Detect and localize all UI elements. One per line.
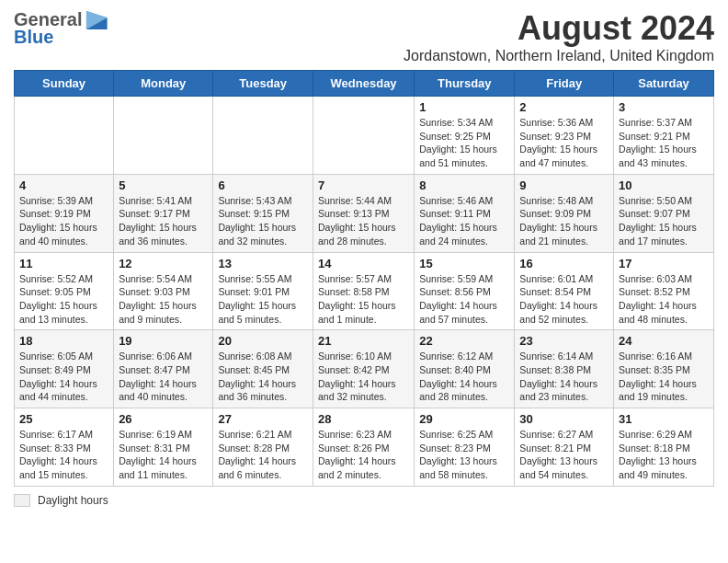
calendar-header-row: SundayMondayTuesdayWednesdayThursdayFrid… xyxy=(15,71,714,97)
day-number: 25 xyxy=(19,412,108,426)
day-number: 11 xyxy=(19,257,108,270)
day-info: Sunrise: 6:23 AM Sunset: 8:26 PM Dayligh… xyxy=(318,428,409,482)
calendar-cell: 28Sunrise: 6:23 AM Sunset: 8:26 PM Dayli… xyxy=(313,408,414,487)
main-title: August 2024 xyxy=(404,9,714,48)
day-info: Sunrise: 6:10 AM Sunset: 8:42 PM Dayligh… xyxy=(318,350,409,404)
calendar-cell: 9Sunrise: 5:48 AM Sunset: 9:09 PM Daylig… xyxy=(515,174,614,252)
calendar-header-wednesday: Wednesday xyxy=(313,71,414,97)
calendar-cell: 4Sunrise: 5:39 AM Sunset: 9:19 PM Daylig… xyxy=(15,174,114,252)
calendar-cell: 22Sunrise: 6:12 AM Sunset: 8:40 PM Dayli… xyxy=(415,330,515,408)
day-info: Sunrise: 5:36 AM Sunset: 9:23 PM Dayligh… xyxy=(519,116,609,170)
day-number: 29 xyxy=(419,412,509,426)
calendar-cell xyxy=(313,97,414,175)
day-number: 26 xyxy=(119,412,208,426)
calendar-week-3: 11Sunrise: 5:52 AM Sunset: 9:05 PM Dayli… xyxy=(15,252,714,330)
calendar-cell: 26Sunrise: 6:19 AM Sunset: 8:31 PM Dayli… xyxy=(114,408,213,487)
calendar-cell: 17Sunrise: 6:03 AM Sunset: 8:52 PM Dayli… xyxy=(614,252,714,330)
day-info: Sunrise: 6:08 AM Sunset: 8:45 PM Dayligh… xyxy=(218,350,308,404)
calendar-cell: 3Sunrise: 5:37 AM Sunset: 9:21 PM Daylig… xyxy=(614,97,714,175)
calendar-week-2: 4Sunrise: 5:39 AM Sunset: 9:19 PM Daylig… xyxy=(15,174,714,252)
day-info: Sunrise: 5:39 AM Sunset: 9:19 PM Dayligh… xyxy=(19,194,108,248)
calendar-cell: 11Sunrise: 5:52 AM Sunset: 9:05 PM Dayli… xyxy=(15,252,114,330)
calendar-week-1: 1Sunrise: 5:34 AM Sunset: 9:25 PM Daylig… xyxy=(15,97,714,175)
day-info: Sunrise: 5:59 AM Sunset: 8:56 PM Dayligh… xyxy=(419,272,509,327)
calendar-week-4: 18Sunrise: 6:05 AM Sunset: 8:49 PM Dayli… xyxy=(15,330,714,408)
day-number: 5 xyxy=(119,178,208,192)
day-info: Sunrise: 5:57 AM Sunset: 8:58 PM Dayligh… xyxy=(318,272,409,327)
day-info: Sunrise: 6:19 AM Sunset: 8:31 PM Dayligh… xyxy=(119,428,208,482)
day-info: Sunrise: 6:03 AM Sunset: 8:52 PM Dayligh… xyxy=(619,272,709,327)
day-number: 31 xyxy=(619,412,709,426)
day-number: 15 xyxy=(419,257,509,270)
calendar-cell: 24Sunrise: 6:16 AM Sunset: 8:35 PM Dayli… xyxy=(614,330,714,408)
calendar-header-thursday: Thursday xyxy=(415,71,515,97)
day-info: Sunrise: 6:06 AM Sunset: 8:47 PM Dayligh… xyxy=(119,350,208,404)
header: GeneralBlue August 2024 Jordanstown, Nor… xyxy=(14,9,714,64)
day-info: Sunrise: 6:27 AM Sunset: 8:21 PM Dayligh… xyxy=(519,428,609,482)
footer: Daylight hours xyxy=(14,494,714,507)
day-number: 21 xyxy=(318,334,409,348)
subtitle: Jordanstown, Northern Ireland, United Ki… xyxy=(404,48,714,64)
day-info: Sunrise: 5:46 AM Sunset: 9:11 PM Dayligh… xyxy=(419,194,509,248)
calendar-header-tuesday: Tuesday xyxy=(213,71,313,97)
day-info: Sunrise: 5:54 AM Sunset: 9:03 PM Dayligh… xyxy=(119,272,208,327)
day-number: 6 xyxy=(218,178,308,192)
calendar-cell: 18Sunrise: 6:05 AM Sunset: 8:49 PM Dayli… xyxy=(15,330,114,408)
calendar-cell: 27Sunrise: 6:21 AM Sunset: 8:28 PM Dayli… xyxy=(213,408,313,487)
calendar-header-friday: Friday xyxy=(515,71,614,97)
calendar-week-5: 25Sunrise: 6:17 AM Sunset: 8:33 PM Dayli… xyxy=(15,408,714,487)
calendar-cell: 1Sunrise: 5:34 AM Sunset: 9:25 PM Daylig… xyxy=(415,97,515,175)
day-number: 16 xyxy=(519,257,609,270)
legend-label: Daylight hours xyxy=(38,494,108,507)
calendar-cell: 31Sunrise: 6:29 AM Sunset: 8:18 PM Dayli… xyxy=(614,408,714,487)
day-number: 2 xyxy=(519,100,609,114)
calendar-cell: 8Sunrise: 5:46 AM Sunset: 9:11 PM Daylig… xyxy=(415,174,515,252)
calendar-header-saturday: Saturday xyxy=(614,71,714,97)
day-info: Sunrise: 6:05 AM Sunset: 8:49 PM Dayligh… xyxy=(19,350,108,404)
day-info: Sunrise: 5:50 AM Sunset: 9:07 PM Dayligh… xyxy=(619,194,709,248)
day-info: Sunrise: 5:44 AM Sunset: 9:13 PM Dayligh… xyxy=(318,194,409,248)
day-number: 17 xyxy=(619,257,709,270)
calendar-cell: 2Sunrise: 5:36 AM Sunset: 9:23 PM Daylig… xyxy=(515,97,614,175)
calendar-cell: 30Sunrise: 6:27 AM Sunset: 8:21 PM Dayli… xyxy=(515,408,614,487)
day-number: 12 xyxy=(119,257,208,270)
day-info: Sunrise: 6:25 AM Sunset: 8:23 PM Dayligh… xyxy=(419,428,509,482)
day-info: Sunrise: 5:55 AM Sunset: 9:01 PM Dayligh… xyxy=(218,272,308,327)
calendar-cell: 10Sunrise: 5:50 AM Sunset: 9:07 PM Dayli… xyxy=(614,174,714,252)
day-info: Sunrise: 6:21 AM Sunset: 8:28 PM Dayligh… xyxy=(218,428,308,482)
day-number: 30 xyxy=(519,412,609,426)
calendar-cell: 15Sunrise: 5:59 AM Sunset: 8:56 PM Dayli… xyxy=(415,252,515,330)
day-info: Sunrise: 6:14 AM Sunset: 8:38 PM Dayligh… xyxy=(519,350,609,404)
calendar-cell xyxy=(114,97,213,175)
calendar-cell: 25Sunrise: 6:17 AM Sunset: 8:33 PM Dayli… xyxy=(15,408,114,487)
calendar-header-monday: Monday xyxy=(114,71,213,97)
calendar-cell: 19Sunrise: 6:06 AM Sunset: 8:47 PM Dayli… xyxy=(114,330,213,408)
day-number: 23 xyxy=(519,334,609,348)
calendar-cell: 5Sunrise: 5:41 AM Sunset: 9:17 PM Daylig… xyxy=(114,174,213,252)
calendar-cell: 23Sunrise: 6:14 AM Sunset: 8:38 PM Dayli… xyxy=(515,330,614,408)
day-number: 14 xyxy=(318,257,409,270)
day-number: 3 xyxy=(619,100,709,114)
day-info: Sunrise: 6:29 AM Sunset: 8:18 PM Dayligh… xyxy=(619,428,709,482)
day-number: 10 xyxy=(619,178,709,192)
day-number: 27 xyxy=(218,412,308,426)
day-number: 20 xyxy=(218,334,308,348)
calendar-cell: 7Sunrise: 5:44 AM Sunset: 9:13 PM Daylig… xyxy=(313,174,414,252)
calendar-cell xyxy=(213,97,313,175)
day-info: Sunrise: 6:01 AM Sunset: 8:54 PM Dayligh… xyxy=(519,272,609,327)
day-info: Sunrise: 6:16 AM Sunset: 8:35 PM Dayligh… xyxy=(619,350,709,404)
day-info: Sunrise: 6:17 AM Sunset: 8:33 PM Dayligh… xyxy=(19,428,108,482)
calendar-cell: 16Sunrise: 6:01 AM Sunset: 8:54 PM Dayli… xyxy=(515,252,614,330)
day-info: Sunrise: 5:43 AM Sunset: 9:15 PM Dayligh… xyxy=(218,194,308,248)
calendar-cell: 14Sunrise: 5:57 AM Sunset: 8:58 PM Dayli… xyxy=(313,252,414,330)
day-number: 24 xyxy=(619,334,709,348)
day-number: 28 xyxy=(318,412,409,426)
day-number: 4 xyxy=(19,178,108,192)
day-number: 9 xyxy=(519,178,609,192)
calendar-cell: 6Sunrise: 5:43 AM Sunset: 9:15 PM Daylig… xyxy=(213,174,313,252)
day-number: 8 xyxy=(419,178,509,192)
calendar-cell: 21Sunrise: 6:10 AM Sunset: 8:42 PM Dayli… xyxy=(313,330,414,408)
day-number: 13 xyxy=(218,257,308,270)
calendar-header-sunday: Sunday xyxy=(15,71,114,97)
calendar-cell: 20Sunrise: 6:08 AM Sunset: 8:45 PM Dayli… xyxy=(213,330,313,408)
